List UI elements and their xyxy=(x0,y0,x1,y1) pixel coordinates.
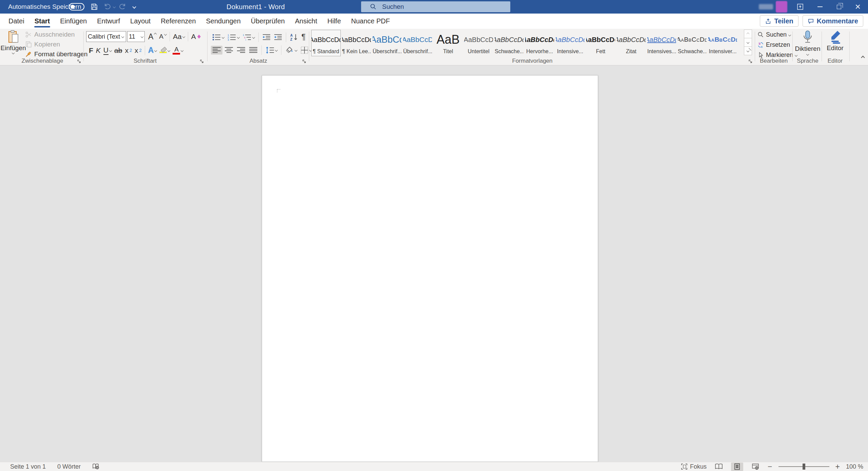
multilevel-list-button[interactable]: 1ai xyxy=(241,33,256,42)
styles-more-button[interactable] xyxy=(744,46,752,55)
superscript-button[interactable]: x2 xyxy=(133,46,143,55)
style-intensive-hervorhebung[interactable]: AaBbCcDdIntensive... xyxy=(555,30,585,56)
grow-font-button[interactable]: A xyxy=(147,32,158,42)
tab-hilfe[interactable]: Hilfe xyxy=(322,14,346,29)
style-ueberschrift-1[interactable]: AaBbCcÜberschrif... xyxy=(372,30,402,56)
proofing-icon xyxy=(92,463,100,470)
change-case-button[interactable]: Aa xyxy=(172,32,186,41)
avatar[interactable] xyxy=(776,1,787,13)
style-intensives-zitat[interactable]: AaBbCcDdIntensives... xyxy=(647,30,676,56)
format-painter-button[interactable]: Format übertragen xyxy=(25,50,87,58)
autosave-toggle[interactable] xyxy=(69,0,84,14)
style-standard[interactable]: AaBbCcDd¶ Standard xyxy=(311,30,341,56)
font-size-combobox[interactable]: 11 xyxy=(127,31,145,42)
style-fett[interactable]: AaBbCcDcFett xyxy=(586,30,615,56)
proofing-status[interactable] xyxy=(92,463,100,470)
shading-chevron xyxy=(295,49,297,52)
restore-button[interactable] xyxy=(831,0,846,14)
document-page[interactable] xyxy=(262,75,598,462)
align-right-button[interactable] xyxy=(235,46,247,55)
styles-dialog-launcher[interactable] xyxy=(748,59,753,64)
style-kein-leerraum[interactable]: AaBbCcDd¶ Kein Lee... xyxy=(342,30,371,56)
ribbon-display-options-button[interactable] xyxy=(793,0,808,14)
tab-ueberpruefen[interactable]: Überprüfen xyxy=(246,14,290,29)
search-input[interactable]: Suchen xyxy=(361,1,510,12)
styles-scroll-down-button[interactable] xyxy=(744,38,752,47)
align-left-icon xyxy=(212,46,221,54)
qat-customize-button[interactable] xyxy=(133,0,136,14)
tab-entwurf[interactable]: Entwurf xyxy=(92,14,125,29)
paste-button[interactable]: Einfügen xyxy=(4,30,22,59)
style-zitat[interactable]: AaBbCcDdZitat xyxy=(616,30,646,56)
italic-button[interactable]: K xyxy=(95,46,102,55)
tab-datei[interactable]: Datei xyxy=(3,14,29,29)
line-spacing-button[interactable] xyxy=(264,45,279,55)
text-effects-button[interactable]: A xyxy=(147,45,158,56)
subscript-button[interactable]: x2 xyxy=(123,46,133,55)
save-button[interactable] xyxy=(90,0,98,14)
paragraph-dialog-launcher[interactable] xyxy=(302,59,307,64)
tab-referenzen[interactable]: Referenzen xyxy=(156,14,201,29)
strikethrough-button[interactable]: ab xyxy=(113,46,123,55)
shading-button[interactable] xyxy=(284,45,298,55)
font-name-combobox[interactable]: Calibri (Textk xyxy=(86,31,126,42)
tab-ansicht[interactable]: Ansicht xyxy=(290,14,322,29)
minimize-button[interactable] xyxy=(812,0,827,14)
editor-button[interactable]: Editor xyxy=(824,30,847,52)
zoom-out-button[interactable]: − xyxy=(768,462,772,471)
decrease-indent-button[interactable] xyxy=(261,33,272,42)
justify-button[interactable] xyxy=(248,46,259,55)
style-titel[interactable]: AaBTitel xyxy=(433,30,463,56)
style-ueberschrift-2[interactable]: AaBbCcDÜberschrif... xyxy=(403,30,432,56)
collapse-ribbon-button[interactable] xyxy=(859,53,867,61)
align-center-button[interactable] xyxy=(223,46,235,55)
zoom-level[interactable]: 100 % xyxy=(846,463,863,470)
zoom-in-button[interactable]: + xyxy=(835,462,840,471)
print-layout-button[interactable] xyxy=(731,463,743,471)
tab-layout[interactable]: Layout xyxy=(125,14,156,29)
bold-button[interactable]: F xyxy=(87,46,95,55)
read-mode-button[interactable] xyxy=(713,463,725,471)
zoom-slider[interactable] xyxy=(778,466,829,467)
clipboard-dialog-launcher[interactable] xyxy=(77,59,81,64)
ribbon-tab-row: Datei Start Einfügen Entwurf Layout Refe… xyxy=(0,14,868,29)
show-formatting-marks-button[interactable]: ¶ xyxy=(300,32,307,42)
tab-nuance-pdf[interactable]: Nuance PDF xyxy=(346,14,395,29)
dictate-button[interactable]: Diktieren xyxy=(794,30,821,55)
style-untertitel[interactable]: AaBbCcDUntertitel xyxy=(464,30,493,56)
font-dialog-launcher[interactable] xyxy=(200,59,204,64)
web-layout-button[interactable] xyxy=(749,463,762,471)
replace-button[interactable]: b c Ersetzen xyxy=(757,41,797,48)
increase-indent-button[interactable] xyxy=(273,33,283,42)
align-right-icon xyxy=(237,46,245,54)
style-schwache-hervorhebung[interactable]: AaBbCcDdSchwache... xyxy=(494,30,524,56)
style-schwacher-verweis[interactable]: AaBbCcDdSchwache... xyxy=(677,30,707,56)
sort-button[interactable]: A Z xyxy=(289,33,299,42)
tab-einfuegen[interactable]: Einfügen xyxy=(55,14,92,29)
paste-dropdown-chevron xyxy=(12,52,15,54)
find-button[interactable]: Suchen xyxy=(757,31,797,38)
font-color-button[interactable]: A xyxy=(171,45,184,55)
close-button[interactable]: × xyxy=(850,0,865,14)
shrink-font-button[interactable]: A xyxy=(158,32,168,41)
share-button[interactable]: Teilen xyxy=(760,15,798,27)
tab-start[interactable]: Start xyxy=(29,14,55,29)
bullet-list-button[interactable] xyxy=(211,33,225,42)
numbered-list-button[interactable]: 123 xyxy=(226,33,241,42)
focus-button[interactable]: Fokus xyxy=(681,463,707,470)
highlight-button[interactable] xyxy=(158,47,171,54)
underline-button[interactable]: U xyxy=(102,45,113,56)
word-count[interactable]: 0 Wörter xyxy=(57,463,81,470)
comments-button[interactable]: Kommentare xyxy=(803,15,863,27)
zoom-slider-handle[interactable] xyxy=(803,464,805,470)
style-hervorhebung[interactable]: AaBbCcDdHervorhe... xyxy=(525,30,554,56)
page-count[interactable]: Seite 1 von 1 xyxy=(10,463,46,470)
underline-label: U xyxy=(103,46,108,55)
account-name-blurred xyxy=(759,4,773,9)
style-intensiver-verweis[interactable]: AaBbCcDdIntensiver... xyxy=(708,30,737,56)
clear-formatting-button[interactable]: A xyxy=(190,32,202,41)
document-area[interactable] xyxy=(0,66,868,462)
tab-sendungen[interactable]: Sendungen xyxy=(201,14,246,29)
align-left-button[interactable] xyxy=(211,46,222,55)
borders-button[interactable] xyxy=(299,45,313,55)
